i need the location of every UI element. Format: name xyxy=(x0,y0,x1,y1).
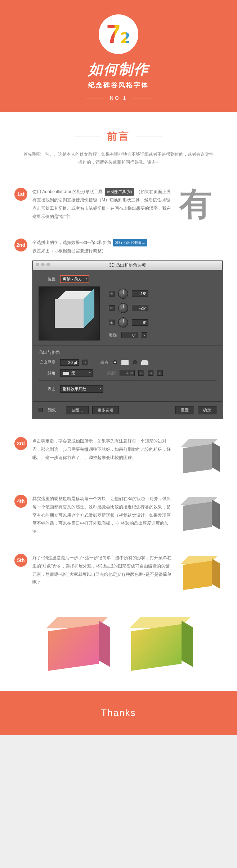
bevel-in-icon: ◢ xyxy=(148,370,153,376)
dialog-body: 位置: 离轴 - 前方 ⟲ -1 xyxy=(33,270,222,401)
bevel-select[interactable]: 无 xyxy=(60,369,93,377)
rot-z-input[interactable]: 8° xyxy=(132,319,148,326)
final-render-lime xyxy=(124,611,196,673)
rot-x-input[interactable]: -18° xyxy=(132,290,148,297)
cube-preview[interactable] xyxy=(39,286,100,340)
dial-y[interactable] xyxy=(118,303,128,313)
dial-x[interactable] xyxy=(118,289,128,299)
perspective-stepper[interactable]: ▸ xyxy=(142,332,147,338)
dialog-titlebar: 3D 凸出和斜角选项 xyxy=(33,261,222,270)
axis-z-icon[interactable]: ◐ xyxy=(109,320,115,325)
step-4-badge: 4th xyxy=(14,495,27,508)
hero-subtitle: 纪念碑谷风格字体 xyxy=(0,81,237,89)
surface-label: 表面: xyxy=(39,386,57,392)
step-3-thumb xyxy=(179,437,223,477)
ok-button[interactable]: 确定 xyxy=(198,406,216,414)
step-5-text: 好了~到这里是最后一步了~这一步很简单，选中所有的形状，打开菜单栏里的“对象”命… xyxy=(32,554,172,587)
perspective-input[interactable]: 0° xyxy=(121,332,138,338)
map-art-button[interactable]: 贴图… xyxy=(66,406,89,414)
final-render-pink xyxy=(41,611,113,673)
rot-y-input[interactable]: -26° xyxy=(132,305,148,311)
cap-flat-icon xyxy=(121,360,129,365)
step-3-text: 点击确定后，字会变成如图所示，如果事先有注意好每一个矩形的边对齐，那么到这一步只… xyxy=(32,437,172,462)
bevel-swatch-icon xyxy=(63,372,69,375)
depth-stepper[interactable]: ▸ xyxy=(82,360,88,365)
preview-checkbox[interactable] xyxy=(39,408,43,412)
preface-body: 首先啰嗦一句。。这是本人的处女教程，如果有哪些地方不够详细或者不是很到位的，或者… xyxy=(22,151,215,166)
preface: 前言 首先啰嗦一句。。这是本人的处女教程，如果有哪些地方不够详细或者不是很到位的… xyxy=(0,112,237,177)
rect-tool-chip: ▭ 矩形工具 (M) xyxy=(105,188,134,196)
step-2-badge: 2nd xyxy=(14,239,27,252)
height-input: 4 pt xyxy=(120,370,135,376)
step-2: 2nd 全选拼出的字，选择效果–3d–凸出和斜角 3D ▸ 凸出和斜角… 设置如… xyxy=(14,239,223,419)
step-1-thumb: 有 xyxy=(179,188,223,220)
position-select[interactable]: 离轴 - 前方 xyxy=(60,275,89,283)
footer-thanks: Thanks xyxy=(0,691,237,735)
flat-glyph: 有 xyxy=(179,188,223,220)
perspective-label: 透视: xyxy=(109,332,118,338)
logo: 7₂ xyxy=(99,14,138,54)
dialog-title: 3D 凸出和斜角选项 xyxy=(109,263,146,268)
appearance-panel-icon: ✪ xyxy=(116,521,119,526)
cube-icon xyxy=(55,299,84,328)
steps: 1st 使用 Adobe illutrator 的矩形形状工具 ▭ 矩形工具 (… xyxy=(0,177,237,691)
step-5-badge: 5th xyxy=(14,554,27,567)
height-label: 高度: xyxy=(107,370,116,376)
step-5: 5th 好了~到这里是最后一步了~这一步很简单，选中所有的形状，打开菜单栏里的“… xyxy=(14,554,223,593)
window-traffic-lights[interactable] xyxy=(36,263,50,266)
preface-heading: 前言 xyxy=(107,130,130,143)
tutorial-page: 7₂ 如何制作 纪念碑谷风格字体 NO.1 前言 首先啰嗦一句。。这是本人的处女… xyxy=(0,0,237,735)
3d-dialog: 3D 凸出和斜角选项 位置: 离轴 - 前方 xyxy=(32,261,223,419)
hero-title: 如何制作 xyxy=(0,59,237,79)
rotation-dials: ⟲ -18° ⟳ -26° ◐ xyxy=(109,289,148,338)
step-4: 4th 其实这里的调整也就是移动每一个方块，让他们在3d的状态下对齐，做出每一个… xyxy=(14,495,223,536)
step-3-badge: 3rd xyxy=(14,437,27,450)
position-label: 位置: xyxy=(39,276,57,282)
step-1: 1st 使用 Adobe illutrator 的矩形形状工具 ▭ 矩形工具 (… xyxy=(14,188,223,221)
hero-issue: NO.1 xyxy=(0,95,237,101)
preview-label: 预览 xyxy=(48,408,56,413)
surface-select[interactable]: 塑料效果底纹 xyxy=(60,385,103,393)
step-4-text: 其实这里的调整也就是移动每一个方块，让他们在3d的状态下对齐，做出每一个笔画都有… xyxy=(32,495,172,536)
more-options-button[interactable]: 更多选项 xyxy=(92,406,119,414)
cap-on-radio[interactable] xyxy=(113,360,117,364)
cap-label: 端点: xyxy=(100,360,109,365)
hero: 7₂ 如何制作 纪念碑谷风格字体 NO.1 xyxy=(0,0,237,112)
step-3: 3rd 点击确定后，字会变成如图所示，如果事先有注意好每一个矩形的边对齐，那么到… xyxy=(14,437,223,477)
final-renders xyxy=(14,611,223,673)
axis-y-icon[interactable]: ⟳ xyxy=(109,305,115,311)
cap-off-radio[interactable] xyxy=(133,360,137,364)
axis-x-icon[interactable]: ⟲ xyxy=(109,291,115,297)
depth-label: 凸出厚度: xyxy=(39,360,57,365)
menu-path-chip: 3D ▸ 凸出和斜角… xyxy=(113,239,147,246)
step-4-thumb xyxy=(179,495,223,534)
step-5-thumb xyxy=(179,554,223,593)
step-1-text: 使用 Adobe illutrator 的矩形形状工具 ▭ 矩形工具 (M) （… xyxy=(32,188,172,221)
logo-mark: 7₂ xyxy=(99,14,138,54)
extrude-section-title: 凸出与斜角 xyxy=(33,346,222,356)
reset-button[interactable]: 重置 xyxy=(175,406,194,414)
height-stepper: ▸ xyxy=(138,370,144,376)
bevel-label: 斜角: xyxy=(39,370,57,376)
cap-round-icon xyxy=(141,360,148,365)
dialog-footer: 预览 贴图… 更多选项 重置 确定 xyxy=(33,401,222,419)
bevel-out-icon: ◣ xyxy=(157,370,163,376)
step-1-badge: 1st xyxy=(14,188,27,201)
step-2-text: 全选拼出的字，选择效果–3d–凸出和斜角 3D ▸ 凸出和斜角… 设置如图（可根… xyxy=(32,239,223,255)
depth-input[interactable]: 20 pt xyxy=(60,359,79,366)
dial-z[interactable] xyxy=(118,317,128,328)
